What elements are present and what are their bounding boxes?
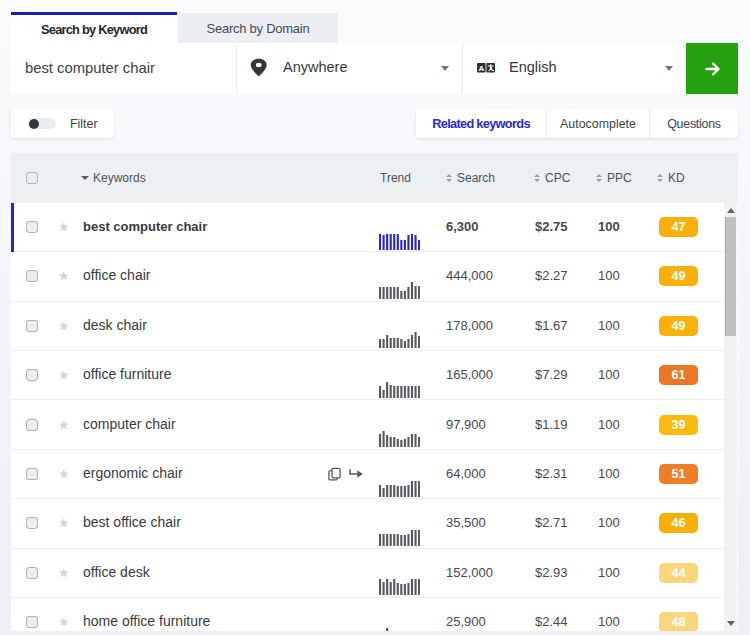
svg-text:A: A — [478, 64, 484, 73]
